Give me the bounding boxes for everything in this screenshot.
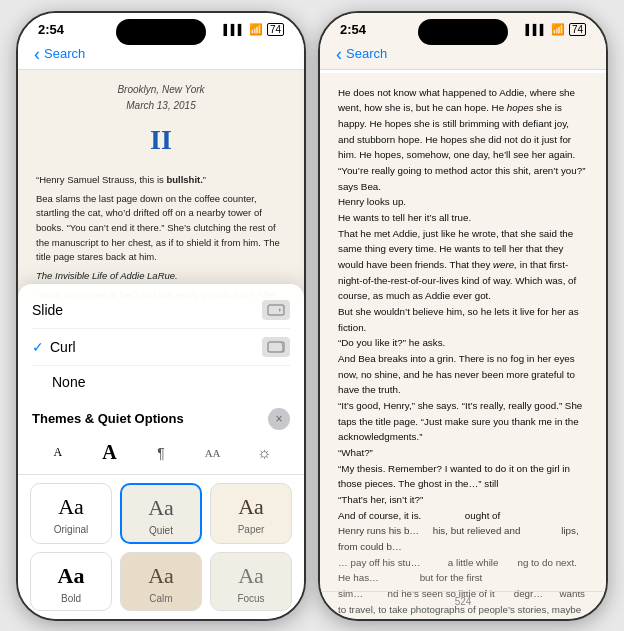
battery-icon-right: 74 bbox=[569, 23, 586, 36]
theme-focus-preview: Aa bbox=[238, 563, 264, 589]
svg-rect-0 bbox=[268, 305, 284, 315]
chapter-number: II bbox=[36, 118, 286, 161]
theme-calm-preview: Aa bbox=[148, 563, 174, 589]
signal-icon-right: ▌▌▌ bbox=[526, 24, 547, 35]
dynamic-island-right bbox=[418, 19, 508, 45]
theme-bold-label: Bold bbox=[61, 593, 81, 604]
left-phone: 2:54 ▌▌▌ 📶 74 Search Brooklyn, New YorkM… bbox=[16, 11, 306, 621]
paragraph-icon: ¶ bbox=[157, 445, 165, 461]
theme-original-label: Original bbox=[54, 524, 88, 535]
none-label: None bbox=[52, 374, 85, 390]
para-3: The Invisible Life of Addie LaRue. bbox=[36, 269, 286, 284]
theme-paper-preview: Aa bbox=[238, 494, 264, 520]
right-para-11: “My thesis. Remember? I wanted to do it … bbox=[338, 461, 588, 492]
right-para-1: He does not know what happened to Addie,… bbox=[338, 85, 588, 163]
wifi-icon-left: 📶 bbox=[249, 23, 263, 36]
right-para-6: But she wouldn’t believe him, so he lets… bbox=[338, 304, 588, 335]
themes-grid: Aa Original Aa Quiet Aa Paper Aa Bold bbox=[18, 475, 304, 619]
theme-paper-label: Paper bbox=[238, 524, 265, 535]
slide-label: Slide bbox=[32, 302, 63, 318]
nav-bar-left: Search bbox=[18, 43, 304, 70]
font-large-icon: A bbox=[102, 441, 116, 464]
curl-check: ✓ bbox=[32, 339, 44, 355]
right-para-8: And Bea breaks into a grin. There is no … bbox=[338, 351, 588, 398]
theme-original-preview: Aa bbox=[58, 494, 84, 520]
themes-title: Themes & Quiet Options bbox=[32, 411, 184, 426]
brightness-button[interactable]: ☼ bbox=[246, 438, 282, 468]
right-para-3: Henry looks up. bbox=[338, 194, 588, 210]
theme-calm-label: Calm bbox=[149, 593, 172, 604]
right-para-7: “Do you like it?” he asks. bbox=[338, 335, 588, 351]
book-content-right: He does not know what happened to Addie,… bbox=[320, 73, 606, 619]
theme-bold-preview: Aa bbox=[58, 563, 85, 589]
font-picker-button[interactable]: AA bbox=[195, 438, 231, 468]
none-option[interactable]: None bbox=[32, 366, 290, 398]
theme-focus-label: Focus bbox=[237, 593, 264, 604]
right-para-4: He wants to tell her it’s all true. bbox=[338, 210, 588, 226]
dynamic-island-left bbox=[116, 19, 206, 45]
font-small-icon: A bbox=[53, 445, 62, 460]
theme-focus[interactable]: Aa Focus bbox=[210, 552, 292, 611]
wifi-icon-right: 📶 bbox=[551, 23, 565, 36]
right-para-12: “That’s her, isn’t it?” bbox=[338, 492, 588, 508]
time-left: 2:54 bbox=[38, 22, 64, 37]
theme-quiet-label: Quiet bbox=[149, 525, 173, 536]
curl-option[interactable]: ✓ Curl bbox=[32, 329, 290, 366]
theme-quiet-preview: Aa bbox=[148, 495, 174, 521]
nav-bar-right: Search bbox=[320, 43, 606, 70]
theme-original[interactable]: Aa Original bbox=[30, 483, 112, 544]
time-right: 2:54 bbox=[340, 22, 366, 37]
right-para-15: … pay off his stu… a little while ng to … bbox=[338, 555, 588, 586]
theme-paper[interactable]: Aa Paper bbox=[210, 483, 292, 544]
para-1: “Henry Samuel Strauss, this is bullshit.… bbox=[36, 173, 286, 188]
right-para-9: “It’s good, Henry,” she says. “It’s real… bbox=[338, 398, 588, 445]
book-header: Brooklyn, New YorkMarch 13, 2015 II bbox=[36, 82, 286, 161]
slide-option[interactable]: Slide bbox=[32, 292, 290, 329]
right-para-13: And of course, it is. ought of bbox=[338, 508, 588, 524]
back-button-right[interactable]: Search bbox=[336, 45, 590, 63]
book-location: Brooklyn, New YorkMarch 13, 2015 bbox=[36, 82, 286, 114]
right-phone: 2:54 ▌▌▌ 📶 74 Search He does not know wh… bbox=[318, 11, 608, 621]
close-button[interactable]: × bbox=[268, 408, 290, 430]
font-aa-icon: AA bbox=[205, 447, 221, 459]
para-2: Bea slams the last page down on the coff… bbox=[36, 192, 286, 266]
curl-label: Curl bbox=[50, 339, 262, 355]
right-para-14: Henry runs his b… his, but relieved and … bbox=[338, 523, 588, 554]
themes-header: Themes & Quiet Options × bbox=[18, 402, 304, 434]
slide-icon bbox=[262, 300, 290, 320]
brightness-icon: ☼ bbox=[257, 444, 272, 462]
paragraph-button[interactable]: ¶ bbox=[143, 438, 179, 468]
slide-menu: Slide ✓ Curl None bbox=[18, 284, 304, 402]
right-para-5: That he met Addie, just like he wrote, t… bbox=[338, 226, 588, 304]
signal-icon-left: ▌▌▌ bbox=[224, 24, 245, 35]
status-icons-left: ▌▌▌ 📶 74 bbox=[224, 23, 284, 36]
right-para-2: “You’re really going to method actor thi… bbox=[338, 163, 588, 194]
curl-icon bbox=[262, 337, 290, 357]
reader-toolbar: A A ¶ AA ☼ bbox=[18, 434, 304, 475]
theme-calm[interactable]: Aa Calm bbox=[120, 552, 202, 611]
theme-quiet[interactable]: Aa Quiet bbox=[120, 483, 202, 544]
right-para-10: “What?” bbox=[338, 445, 588, 461]
theme-bold[interactable]: Aa Bold bbox=[30, 552, 112, 611]
font-decrease-button[interactable]: A bbox=[40, 438, 76, 468]
book-content-left: Brooklyn, New YorkMarch 13, 2015 II “Hen… bbox=[18, 70, 304, 306]
status-icons-right: ▌▌▌ 📶 74 bbox=[526, 23, 586, 36]
font-increase-button[interactable]: A bbox=[91, 438, 127, 468]
close-icon: × bbox=[275, 412, 282, 426]
page-number: 524 bbox=[320, 591, 606, 611]
overlay-panel: Slide ✓ Curl None Themes bbox=[18, 284, 304, 619]
back-button-left[interactable]: Search bbox=[34, 45, 288, 63]
battery-icon-left: 74 bbox=[267, 23, 284, 36]
